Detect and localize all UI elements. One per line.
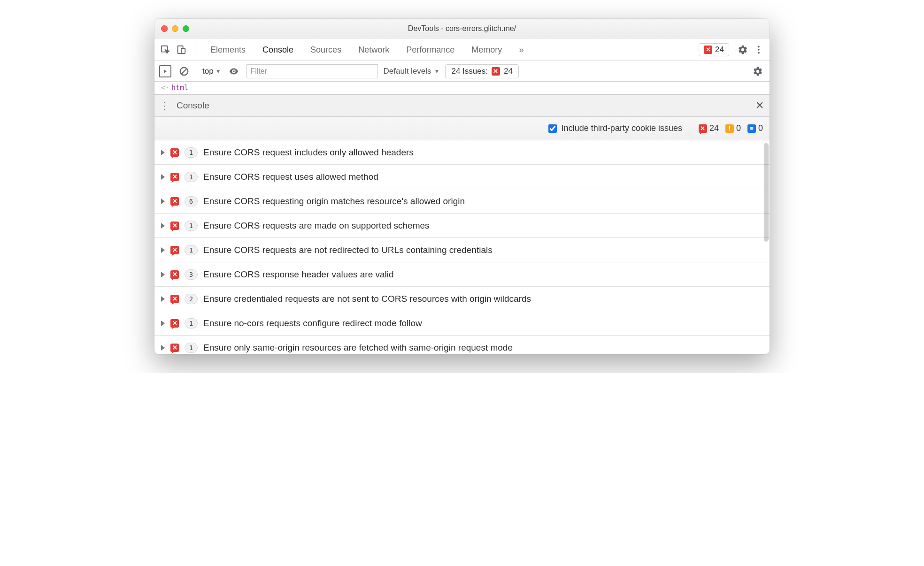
error-icon: ✕ — [170, 148, 179, 157]
disclosure-triangle-icon — [161, 199, 165, 204]
issues-count: 24 — [504, 67, 513, 76]
issue-count-badge: 1 — [185, 147, 198, 158]
tab-memory[interactable]: Memory — [463, 38, 510, 61]
warnings-count: 0 — [736, 123, 741, 133]
issue-row[interactable]: ✕6Ensure CORS requesting origin matches … — [154, 189, 770, 214]
disclosure-triangle-icon — [161, 223, 165, 229]
disclosure-triangle-icon — [161, 296, 165, 302]
tab-performance[interactable]: Performance — [398, 38, 463, 61]
third-party-cookies-toggle[interactable]: Include third-party cookie issues — [548, 123, 682, 133]
drawer-title: Console — [177, 100, 209, 111]
window-controls — [161, 25, 189, 32]
third-party-cookies-checkbox[interactable] — [548, 124, 557, 133]
caret-down-icon: ▼ — [216, 68, 221, 75]
inspect-element-icon[interactable] — [158, 43, 172, 57]
svg-rect-2 — [181, 48, 185, 54]
error-icon: ✕ — [704, 46, 712, 54]
console-settings-icon[interactable] — [751, 64, 765, 78]
issue-row[interactable]: ✕3Ensure CORS response header values are… — [154, 262, 770, 287]
clear-console-icon[interactable] — [177, 64, 191, 78]
tab-elements[interactable]: Elements — [202, 38, 254, 61]
issue-row[interactable]: ✕1Ensure CORS request uses allowed metho… — [154, 165, 770, 189]
play-icon[interactable] — [159, 65, 171, 77]
issue-count-badge: 2 — [185, 294, 198, 304]
window-title: DevTools - cors-errors.glitch.me/ — [154, 24, 770, 33]
levels-label: Default levels — [384, 67, 431, 76]
tab-console[interactable]: Console — [254, 38, 302, 61]
error-icon: ✕ — [170, 197, 179, 206]
maximize-window-button[interactable] — [183, 25, 189, 32]
scrollbar-thumb[interactable] — [764, 143, 769, 242]
issue-title: Ensure credentialed requests are not sen… — [203, 294, 531, 304]
devtools-window: DevTools - cors-errors.glitch.me/ Elemen… — [154, 19, 770, 354]
disclosure-triangle-icon — [161, 345, 165, 351]
error-icon: ✕ — [170, 295, 179, 303]
disclosure-triangle-icon — [161, 150, 165, 155]
source-line: <·html — [154, 82, 770, 94]
error-icon: ✕ — [170, 344, 179, 352]
more-menu-icon[interactable] — [752, 43, 766, 57]
device-toolbar-icon[interactable] — [174, 43, 188, 57]
issue-title: Ensure CORS request uses allowed method — [203, 172, 378, 182]
info-icon: ≡ — [747, 124, 756, 133]
issue-row[interactable]: ✕1Ensure CORS requests are made on suppo… — [154, 214, 770, 238]
svg-point-5 — [758, 52, 760, 54]
issue-count-badge: 6 — [185, 196, 198, 207]
titlebar: DevTools - cors-errors.glitch.me/ — [154, 19, 770, 38]
minimize-window-button[interactable] — [172, 25, 178, 32]
issue-title: Ensure CORS requests are made on support… — [203, 221, 430, 231]
issue-row[interactable]: ✕1Ensure CORS requests are not redirecte… — [154, 238, 770, 262]
tabs-overflow-button[interactable]: » — [510, 38, 532, 61]
error-icon: ✕ — [492, 67, 500, 76]
back-arrow-icon: <· — [161, 84, 169, 92]
issue-row[interactable]: ✕1Ensure only same-origin resources are … — [154, 336, 770, 354]
issue-title: Ensure only same-origin resources are fe… — [203, 343, 513, 353]
tab-sources[interactable]: Sources — [302, 38, 350, 61]
caret-down-icon: ▼ — [434, 68, 440, 75]
warnings-count-group[interactable]: ! 0 — [725, 123, 741, 133]
panel-tabs: Elements Console Sources Network Perform… — [202, 38, 697, 61]
drawer-menu-icon[interactable]: ⋮ — [160, 100, 170, 111]
separator — [195, 44, 195, 56]
issue-title: Ensure CORS requesting origin matches re… — [203, 196, 465, 207]
error-icon: ✕ — [170, 246, 179, 254]
warning-icon: ! — [725, 124, 734, 133]
issue-title: Ensure CORS request includes only allowe… — [203, 147, 414, 158]
error-icon: ✕ — [170, 173, 179, 181]
filter-input[interactable] — [246, 64, 378, 78]
console-toolbar: top ▼ Default levels ▼ 24 Issues: ✕ 24 — [154, 61, 770, 82]
disclosure-triangle-icon — [161, 247, 165, 253]
error-icon: ✕ — [699, 124, 707, 133]
issues-pill[interactable]: 24 Issues: ✕ 24 — [445, 64, 518, 78]
issue-row[interactable]: ✕2Ensure credentialed requests are not s… — [154, 287, 770, 311]
svg-point-4 — [758, 49, 760, 51]
disclosure-triangle-icon — [161, 174, 165, 180]
info-count-group[interactable]: ≡ 0 — [747, 123, 763, 133]
tab-network[interactable]: Network — [350, 38, 398, 61]
context-label: top — [202, 67, 214, 76]
issue-title: Ensure CORS requests are not redirected … — [203, 245, 493, 255]
issue-row[interactable]: ✕1Ensure no-cors requests configure redi… — [154, 311, 770, 336]
error-count-pill[interactable]: ✕ 24 — [699, 43, 729, 56]
disclosure-triangle-icon — [161, 272, 165, 277]
issue-title: Ensure CORS response header values are v… — [203, 269, 394, 280]
info-count: 0 — [758, 123, 763, 133]
errors-count: 24 — [709, 123, 719, 133]
issue-count-badge: 1 — [185, 318, 198, 329]
issues-label: 24 Issues: — [451, 67, 488, 76]
issue-row[interactable]: ✕1Ensure CORS request includes only allo… — [154, 140, 770, 165]
context-selector[interactable]: top ▼ — [202, 67, 221, 76]
issue-count-badge: 1 — [185, 343, 198, 353]
svg-line-7 — [182, 69, 187, 74]
checkbox-label: Include third-party cookie issues — [562, 123, 682, 133]
live-expression-icon[interactable] — [227, 64, 241, 78]
svg-point-3 — [758, 46, 760, 47]
errors-count-group[interactable]: ✕ 24 — [699, 123, 719, 133]
settings-icon[interactable] — [736, 43, 750, 57]
svg-point-8 — [233, 70, 235, 72]
close-drawer-button[interactable]: ✕ — [755, 99, 764, 112]
issue-count-badge: 1 — [185, 245, 198, 255]
log-levels-selector[interactable]: Default levels ▼ — [384, 67, 440, 76]
close-window-button[interactable] — [161, 25, 168, 32]
issue-title: Ensure no-cors requests configure redire… — [203, 318, 422, 329]
